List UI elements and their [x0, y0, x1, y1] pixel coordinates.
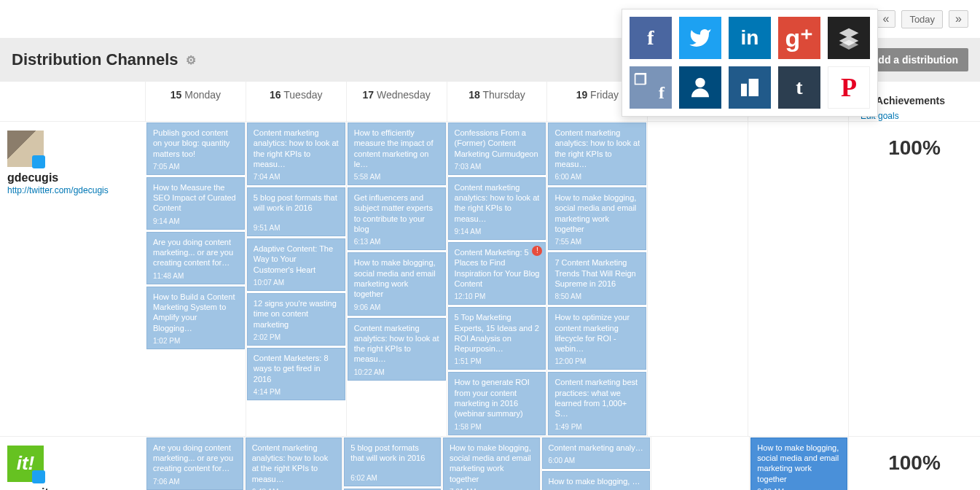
- post-card[interactable]: Content Marketing: 5 Places to Find Insp…: [448, 242, 546, 305]
- day-cell: Are you doing content marketing... or ar…: [146, 437, 245, 490]
- avatar[interactable]: [7, 131, 44, 167]
- post-title: Get influencers and subject matter exper…: [354, 192, 439, 234]
- day-cell: How to efficiently measure the impact of…: [347, 122, 447, 436]
- channel-achievement: 100%: [849, 437, 980, 490]
- next-button[interactable]: »: [949, 10, 968, 28]
- channel-row: gdecugishttp://twitter.com/gdecugisPubli…: [0, 122, 980, 437]
- post-card[interactable]: How to generate ROI from your content ma…: [448, 372, 546, 435]
- achievement-value: 100%: [849, 136, 980, 160]
- channel-header-spacer: [0, 82, 146, 122]
- post-title: Adaptive Content: The Way to Your Custom…: [254, 244, 339, 275]
- post-card[interactable]: 5 blog post formats that will work in 20…: [247, 187, 345, 236]
- post-time: 12:00 PM: [554, 357, 640, 366]
- post-title: How to make blogging, social media and e…: [554, 192, 640, 234]
- post-card[interactable]: 12 signs you're wasting time on content …: [247, 293, 345, 346]
- tumblr-icon[interactable]: t: [778, 66, 820, 109]
- channel-achievement: 100%: [849, 122, 980, 436]
- post-card[interactable]: Get influencers and subject matter exper…: [348, 187, 446, 250]
- post-title: Content marketing best practices: what w…: [554, 377, 640, 419]
- post-card[interactable]: How to make blogging, social media and e…: [548, 187, 646, 250]
- today-button[interactable]: Today: [901, 10, 943, 28]
- post-card[interactable]: Content marketing analytics: how to look…: [348, 318, 446, 381]
- day-cell: Content marketing analytics: how to look…: [547, 122, 648, 436]
- post-card[interactable]: Content marketing analy…6:00 AM: [542, 438, 650, 469]
- day-header: 18 Thursday: [447, 82, 548, 122]
- day-cell: [648, 122, 748, 436]
- channel-name: gdecugis: [7, 171, 138, 184]
- post-card[interactable]: Publish good content on your blog: quant…: [146, 122, 245, 175]
- post-time: 7:04 AM: [254, 172, 339, 182]
- day-header: 16 Tuesday: [246, 82, 347, 122]
- post-time: 6:13 AM: [354, 237, 439, 246]
- twitter-icon[interactable]: [679, 17, 721, 59]
- post-card[interactable]: How to make blogging, social media and e…: [750, 438, 847, 490]
- linkedin-alt-icon[interactable]: [679, 66, 721, 109]
- post-card[interactable]: Content marketing analytics: how to look…: [448, 177, 546, 240]
- post-time: 1:02 PM: [153, 336, 238, 346]
- post-card[interactable]: How to make blogging, …8:13 AM: [542, 471, 650, 490]
- post-time: 6:00 AM: [549, 456, 643, 465]
- post-time: 12:10 PM: [455, 292, 540, 301]
- gear-icon[interactable]: ⚙: [186, 53, 196, 67]
- buffer-icon[interactable]: [828, 17, 870, 59]
- social-popover: f in g⁺ ❐f t P: [622, 9, 878, 117]
- post-time: 2:02 PM: [254, 332, 339, 342]
- pinterest-icon[interactable]: P: [828, 66, 870, 109]
- post-card[interactable]: How to make blogging, social media and e…: [348, 252, 446, 315]
- post-title: Are you doing content marketing... or ar…: [153, 443, 237, 474]
- post-title: 5 Top Marketing Experts, 15 Ideas and 2 …: [455, 312, 540, 354]
- post-card[interactable]: Are you doing content marketing... or ar…: [146, 438, 243, 490]
- post-card[interactable]: Content marketing analytics: how to look…: [548, 122, 646, 185]
- post-card[interactable]: Are you doing content marketing... or ar…: [146, 232, 245, 284]
- avatar[interactable]: it!: [7, 446, 44, 482]
- post-card[interactable]: 5 blog post formats that will work in 20…: [344, 438, 441, 486]
- post-time: 1:49 PM: [554, 422, 640, 432]
- channel-url[interactable]: http://twitter.com/gdecugis: [7, 185, 109, 195]
- post-title: 5 blog post formats that will work in 20…: [254, 192, 339, 220]
- post-card[interactable]: Content marketing analytics: how to look…: [246, 438, 342, 490]
- post-card[interactable]: Content Marketers: 8 ways to get fired i…: [247, 348, 345, 400]
- post-card[interactable]: How to make blogging, social media and e…: [443, 438, 540, 490]
- post-title: Confessions From a (Former) Content Mark…: [455, 128, 540, 159]
- post-card[interactable]: How to optimize your content marketing l…: [548, 307, 646, 370]
- post-card[interactable]: How to Measure the SEO Impact of Curated…: [146, 177, 245, 230]
- post-title: Content marketing analytics: how to look…: [354, 323, 439, 365]
- facebook-icon[interactable]: f: [630, 17, 672, 59]
- post-time: 7:01 AM: [450, 487, 533, 490]
- channel-info: gdecugishttp://twitter.com/gdecugis: [0, 122, 146, 436]
- post-time: 11:48 AM: [153, 271, 238, 281]
- post-time: 7:05 AM: [153, 162, 238, 171]
- post-title: How to make blogging, social media and e…: [450, 443, 533, 484]
- day-cell: [651, 437, 750, 490]
- prev-button[interactable]: «: [876, 10, 895, 28]
- alert-icon: !: [532, 246, 542, 256]
- post-title: Content Marketing: 5 Places to Find Insp…: [455, 247, 540, 289]
- post-time: 8:50 AM: [554, 292, 640, 301]
- post-card[interactable]: Content marketing analytics: how to look…: [247, 122, 345, 185]
- post-card[interactable]: Confessions From a (Former) Content Mark…: [448, 122, 546, 175]
- post-time: 10:22 AM: [354, 368, 439, 377]
- post-title: How to make blogging, social media and e…: [757, 443, 841, 484]
- post-card[interactable]: 7 Content Marketing Trends That Will Rei…: [548, 252, 646, 305]
- post-title: How to Build a Content Marketing System …: [153, 292, 238, 333]
- post-card[interactable]: How to efficiently measure the impact of…: [348, 122, 446, 185]
- googleplus-icon[interactable]: g⁺: [778, 17, 820, 59]
- page-title: Distribution Channels ⚙: [12, 50, 196, 69]
- post-title: Are you doing content marketing... or ar…: [153, 237, 238, 268]
- post-title: How to make blogging, …: [549, 476, 643, 486]
- day-cell: [748, 122, 849, 436]
- post-time: 9:38 AM: [757, 487, 841, 490]
- edit-goals-link[interactable]: Edit goals: [861, 111, 980, 121]
- linkedin-icon[interactable]: in: [729, 17, 771, 59]
- post-card[interactable]: Adaptive Content: The Way to Your Custom…: [247, 238, 345, 291]
- post-card[interactable]: Content marketing best practices: what w…: [548, 372, 646, 435]
- post-card[interactable]: How to Build a Content Marketing System …: [146, 287, 245, 349]
- post-time: 4:14 PM: [254, 387, 339, 397]
- post-title: Content marketing analy…: [549, 443, 643, 453]
- post-time: 1:58 PM: [455, 422, 540, 432]
- post-title: Content marketing analytics: how to look…: [254, 128, 339, 169]
- post-title: Content Marketers: 8 ways to get fired i…: [254, 353, 339, 384]
- post-card[interactable]: 5 Top Marketing Experts, 15 Ideas and 2 …: [448, 307, 546, 370]
- fb-page-icon[interactable]: ❐f: [630, 66, 672, 109]
- linkedin-company-icon[interactable]: [729, 66, 771, 109]
